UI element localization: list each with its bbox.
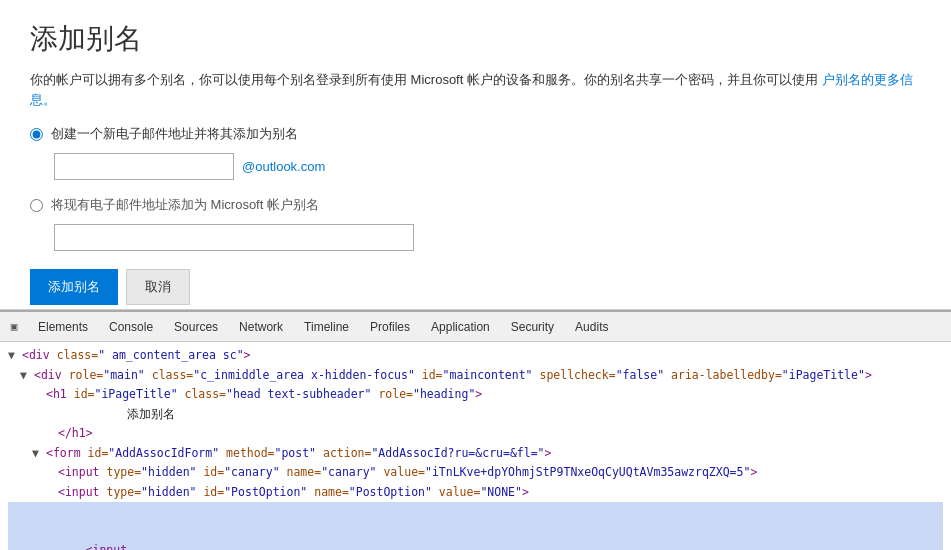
- expand-icon-3: [32, 385, 44, 405]
- button-row: 添加别名 取消: [30, 269, 921, 305]
- radio-new-email[interactable]: [30, 128, 43, 141]
- radio-new-email-label: 创建一个新电子邮件地址并将其添加为别名: [51, 125, 298, 143]
- cancel-button[interactable]: 取消: [126, 269, 190, 305]
- devtools-tab-bar: ▣ Elements Console Sources Network Timel…: [0, 312, 951, 342]
- add-alias-button[interactable]: 添加别名: [30, 269, 118, 305]
- code-line-5: </h1>: [8, 424, 943, 444]
- tab-timeline[interactable]: Timeline: [294, 312, 360, 341]
- page-title: 添加别名: [30, 20, 921, 58]
- tab-network[interactable]: Network: [229, 312, 294, 341]
- devtools-panel: ▣ Elements Console Sources Network Timel…: [0, 310, 951, 550]
- expand-icon-6[interactable]: ▼: [32, 444, 44, 464]
- tab-profiles[interactable]: Profiles: [360, 312, 421, 341]
- code-line-2: ▼ <div role="main" class="c_inmiddle_are…: [8, 366, 943, 386]
- radio-option-existing-email: 将现有电子邮件地址添加为 Microsoft 帐户别名: [30, 196, 921, 214]
- email-suffix: @outlook.com: [242, 159, 325, 174]
- radio-existing-email[interactable]: [30, 199, 43, 212]
- description-text: 你的帐户可以拥有多个别名，你可以使用每个别名登录到所有使用 Microsoft …: [30, 70, 921, 109]
- new-email-input[interactable]: [54, 153, 234, 180]
- expand-icon-2[interactable]: ▼: [20, 366, 32, 386]
- radio-existing-email-label: 将现有电子邮件地址添加为 Microsoft 帐户别名: [51, 196, 319, 214]
- devtools-panel-icon: ▣: [4, 312, 24, 341]
- code-line-4: 添加别名: [8, 405, 943, 425]
- tab-console[interactable]: Console: [99, 312, 164, 341]
- existing-email-input[interactable]: [54, 224, 414, 251]
- code-line-8: <input type="hidden" id="PostOption" nam…: [8, 483, 943, 503]
- tab-application[interactable]: Application: [421, 312, 501, 341]
- code-line-9-highlighted: <input type="hidden" id="SingleDomain" n…: [8, 502, 943, 550]
- code-line-7: <input type="hidden" id="canary" name="c…: [8, 463, 943, 483]
- code-line-6: ▼ <form id="AddAssocIdForm" method="post…: [8, 444, 943, 464]
- tab-sources[interactable]: Sources: [164, 312, 229, 341]
- code-line-1: ▼ <div class=" am_content_area sc" >: [8, 346, 943, 366]
- expand-icon-1[interactable]: ▼: [8, 346, 20, 366]
- radio-option-new-email: 创建一个新电子邮件地址并将其添加为别名: [30, 125, 921, 143]
- tab-audits[interactable]: Audits: [565, 312, 619, 341]
- code-line-3: <h1 id="iPageTitle" class="head text-sub…: [8, 385, 943, 405]
- tab-elements[interactable]: Elements: [28, 312, 99, 341]
- devtools-code-view: ▼ <div class=" am_content_area sc" > ▼ <…: [0, 342, 951, 550]
- new-email-input-row: @outlook.com: [54, 153, 921, 180]
- tab-security[interactable]: Security: [501, 312, 565, 341]
- main-content-area: 添加别名 你的帐户可以拥有多个别名，你可以使用每个别名登录到所有使用 Micro…: [0, 0, 951, 310]
